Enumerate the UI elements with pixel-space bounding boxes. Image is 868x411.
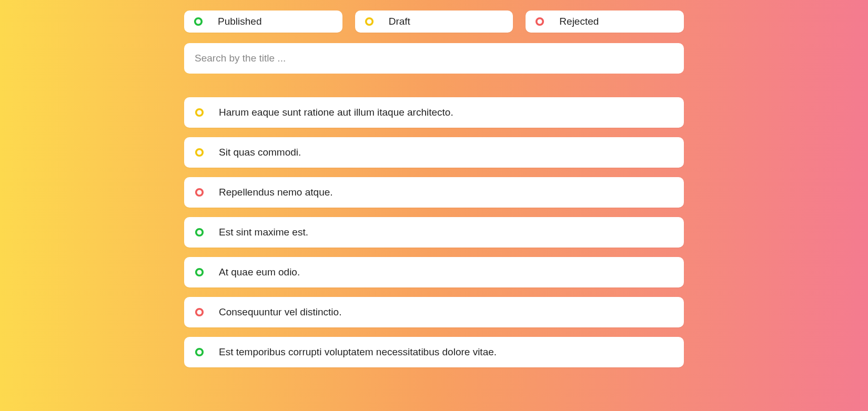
status-circle-icon xyxy=(195,108,204,117)
list-item[interactable]: Est temporibus corrupti voluptatem neces… xyxy=(184,337,684,367)
status-circle-icon xyxy=(535,17,544,26)
filter-draft[interactable]: Draft xyxy=(355,11,513,33)
item-title: Est temporibus corrupti voluptatem neces… xyxy=(219,346,497,358)
item-list: Harum eaque sunt ratione aut illum itaqu… xyxy=(184,97,684,367)
item-title: Sit quas commodi. xyxy=(219,147,301,158)
list-item[interactable]: At quae eum odio. xyxy=(184,257,684,287)
svg-point-7 xyxy=(196,269,203,276)
status-circle-icon xyxy=(365,17,374,26)
filter-rejected[interactable]: Rejected xyxy=(526,11,684,33)
svg-point-8 xyxy=(196,309,203,316)
item-title: Repellendus nemo atque. xyxy=(219,187,333,198)
svg-point-1 xyxy=(366,18,372,25)
svg-point-9 xyxy=(196,349,203,356)
item-title: Harum eaque sunt ratione aut illum itaqu… xyxy=(219,107,453,118)
svg-point-3 xyxy=(196,109,203,116)
svg-point-0 xyxy=(195,18,202,25)
svg-point-2 xyxy=(537,18,543,25)
status-circle-icon xyxy=(195,148,204,157)
list-item[interactable]: Consequuntur vel distinctio. xyxy=(184,297,684,327)
filter-label: Published xyxy=(218,16,261,27)
search-input[interactable] xyxy=(184,43,684,74)
list-item[interactable]: Est sint maxime est. xyxy=(184,217,684,248)
item-title: At quae eum odio. xyxy=(219,266,300,278)
list-item[interactable]: Repellendus nemo atque. xyxy=(184,177,684,208)
status-circle-icon xyxy=(195,268,204,277)
svg-point-4 xyxy=(196,149,203,156)
list-item[interactable]: Harum eaque sunt ratione aut illum itaqu… xyxy=(184,97,684,128)
status-circle-icon xyxy=(195,228,204,237)
item-title: Est sint maxime est. xyxy=(219,227,308,238)
filter-label: Rejected xyxy=(559,16,599,27)
status-circle-icon xyxy=(194,17,203,26)
list-item[interactable]: Sit quas commodi. xyxy=(184,137,684,168)
status-circle-icon xyxy=(195,307,204,317)
status-circle-icon xyxy=(195,347,204,357)
main-container: Published Draft Rejected Harum eaque sun… xyxy=(184,11,684,367)
item-title: Consequuntur vel distinctio. xyxy=(219,306,341,318)
status-circle-icon xyxy=(195,188,204,197)
filter-published[interactable]: Published xyxy=(184,11,342,33)
filter-row: Published Draft Rejected xyxy=(184,11,684,33)
svg-point-5 xyxy=(196,189,203,196)
filter-label: Draft xyxy=(389,16,410,27)
svg-point-6 xyxy=(196,229,203,236)
